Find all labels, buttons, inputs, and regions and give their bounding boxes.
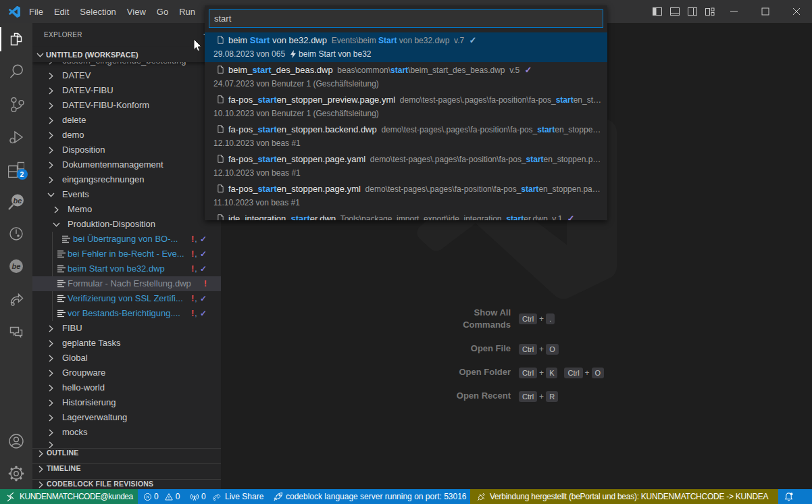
svg-text:be: be xyxy=(12,262,21,270)
svg-text:be: be xyxy=(14,197,22,205)
